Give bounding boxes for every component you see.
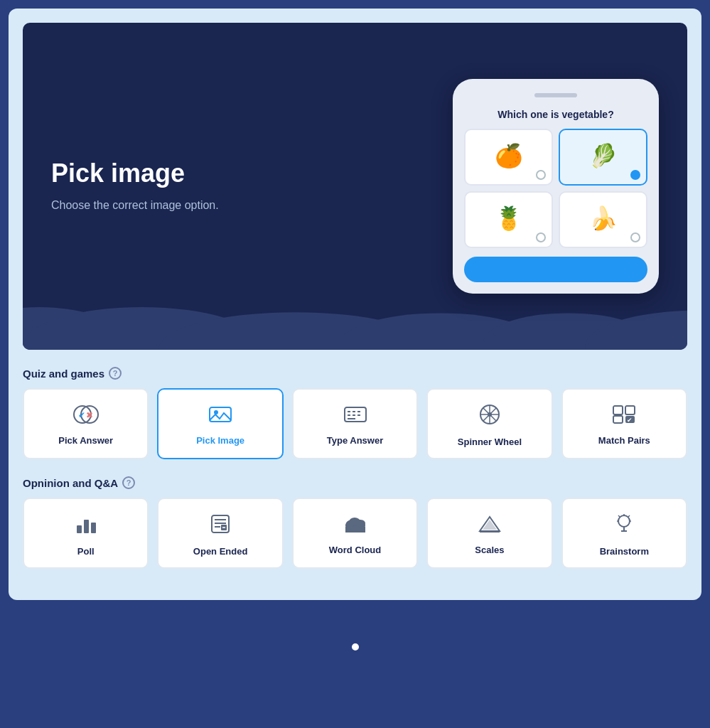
type-answer-icon — [343, 405, 367, 429]
hero-title: Pick image — [51, 159, 453, 188]
hero-banner: Pick image Choose the correct image opti… — [23, 23, 687, 350]
phone-option-4-emoji: 🍌 — [589, 205, 618, 232]
phone-option-1[interactable]: 🍊 — [464, 129, 553, 186]
svg-point-11 — [214, 410, 218, 414]
card-open-ended[interactable]: Open Ended — [157, 498, 283, 569]
opinion-section-label: Opninion and Q&A — [23, 477, 118, 489]
open-ended-label: Open Ended — [193, 546, 248, 557]
svg-line-54 — [618, 515, 620, 517]
match-pairs-icon: ✔ — [612, 405, 636, 429]
open-ended-icon — [209, 513, 232, 540]
card-poll[interactable]: Poll — [23, 498, 149, 569]
card-scales[interactable]: Scales — [426, 498, 552, 569]
phone-option-3-radio — [536, 232, 546, 242]
phone-submit-button[interactable] — [464, 257, 647, 282]
card-word-cloud[interactable]: Word Cloud — [292, 498, 418, 569]
pick-image-label: Pick Image — [196, 435, 244, 446]
match-pairs-label: Match Pairs — [598, 435, 650, 446]
brainstorm-icon — [613, 513, 635, 540]
phone-mockup: Which one is vegetable? 🍊 🥬 🍍 — [453, 79, 659, 294]
phone-option-3[interactable]: 🍍 — [464, 191, 553, 248]
scales-label: Scales — [475, 545, 504, 555]
card-type-answer[interactable]: Type Answer — [292, 388, 418, 459]
poll-label: Poll — [77, 546, 95, 557]
opinion-section-header: Opninion and Q&A ? — [23, 476, 687, 489]
svg-point-43 — [349, 518, 360, 526]
phone-option-4-radio — [630, 232, 640, 242]
hero-description: Choose the correct image option. — [51, 197, 453, 214]
quiz-help-icon[interactable]: ? — [109, 367, 122, 380]
svg-rect-33 — [91, 523, 96, 533]
pick-answer-icon: ✔ ✖ — [73, 405, 99, 429]
svg-line-52 — [628, 515, 630, 517]
brainstorm-label: Brainstorm — [600, 546, 649, 557]
svg-rect-44 — [345, 527, 365, 532]
connector-wrap — [350, 614, 361, 653]
phone-option-2-emoji: 🥬 — [589, 142, 618, 169]
card-pick-image[interactable]: Pick Image — [157, 388, 283, 459]
poll-icon — [75, 513, 97, 540]
phone-question: Which one is vegetable? — [464, 109, 647, 120]
svg-text:✔: ✔ — [78, 410, 85, 420]
inner-container: Pick image Choose the correct image opti… — [9, 9, 701, 600]
quiz-cards-row: ✔ ✖ Pick Answer Pick Image — [23, 388, 687, 459]
spinner-wheel-icon — [478, 403, 501, 431]
card-pick-answer[interactable]: ✔ ✖ Pick Answer — [23, 388, 149, 459]
quiz-section-label: Quiz and games — [23, 368, 104, 380]
pick-answer-label: Pick Answer — [58, 435, 113, 446]
svg-rect-31 — [77, 525, 82, 533]
word-cloud-label: Word Cloud — [329, 545, 381, 555]
phone-option-1-radio — [536, 170, 546, 180]
pick-image-icon — [208, 405, 232, 429]
phone-option-1-emoji: 🍊 — [495, 142, 523, 169]
svg-text:✔: ✔ — [627, 417, 633, 424]
svg-point-25 — [488, 412, 492, 417]
svg-rect-26 — [613, 406, 623, 414]
scales-icon — [477, 514, 502, 539]
svg-rect-27 — [625, 406, 635, 414]
connector-line — [355, 614, 356, 643]
card-brainstorm[interactable]: Brainstorm — [561, 498, 687, 569]
svg-point-48 — [618, 515, 630, 527]
connector-circle — [350, 641, 361, 653]
outer-border: Pick image Choose the correct image opti… — [0, 0, 710, 728]
svg-rect-28 — [613, 416, 623, 423]
spinner-wheel-label: Spinner Wheel — [458, 437, 522, 447]
svg-text:✖: ✖ — [86, 410, 93, 420]
opinion-cards-row: Poll Open Ended — [23, 498, 687, 569]
opinion-help-icon[interactable]: ? — [122, 476, 135, 489]
svg-rect-10 — [210, 407, 231, 422]
phone-option-2[interactable]: 🥬 — [559, 129, 647, 186]
quiz-section-header: Quiz and games ? — [23, 367, 687, 380]
phone-option-3-emoji: 🍍 — [495, 205, 523, 232]
phone-option-2-radio — [630, 170, 640, 180]
card-match-pairs[interactable]: ✔ Match Pairs — [561, 388, 687, 459]
card-spinner-wheel[interactable]: Spinner Wheel — [426, 388, 552, 459]
phone-notch — [534, 93, 577, 97]
hero-text: Pick image Choose the correct image opti… — [51, 159, 453, 214]
svg-rect-32 — [84, 520, 89, 533]
word-cloud-icon — [343, 514, 368, 539]
phone-options-grid: 🍊 🥬 🍍 🍌 — [464, 129, 647, 248]
phone-option-4[interactable]: 🍌 — [559, 191, 647, 248]
type-answer-label: Type Answer — [327, 435, 383, 446]
bottom-connector — [9, 600, 701, 667]
